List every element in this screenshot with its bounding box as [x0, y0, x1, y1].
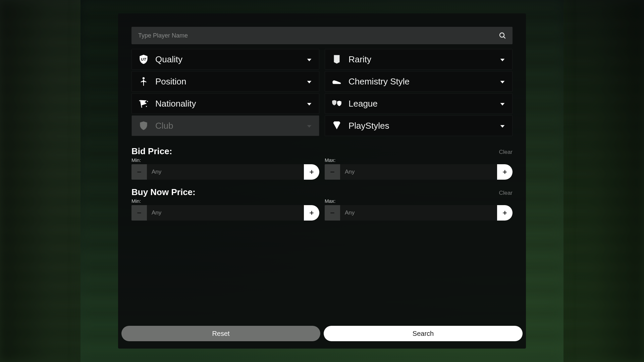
- buynow-min-decrement[interactable]: [131, 205, 147, 221]
- chevron-down-icon: [499, 122, 506, 129]
- buynow-max-field: Max:: [325, 198, 513, 221]
- bid-min-decrement[interactable]: [131, 164, 147, 180]
- player-name-input[interactable]: [138, 32, 498, 40]
- filter-label: Chemistry Style: [348, 76, 493, 87]
- bid-price-section: Bid Price: Clear Min: M: [131, 146, 513, 180]
- chevron-down-icon: [306, 122, 313, 129]
- bid-max-increment[interactable]: [497, 164, 513, 180]
- bid-max-stepper: [325, 164, 513, 180]
- flag-icon: [138, 98, 149, 109]
- player-icon: [138, 76, 149, 87]
- buynow-price-clear[interactable]: Clear: [499, 190, 513, 196]
- filter-club: Club: [131, 115, 319, 136]
- bid-price-clear[interactable]: Clear: [499, 149, 513, 156]
- bid-max-input[interactable]: [340, 164, 497, 180]
- chevron-down-icon: [499, 100, 506, 107]
- bid-min-field: Min:: [131, 157, 319, 180]
- chevron-down-icon: [499, 56, 506, 63]
- chevron-down-icon: [306, 78, 313, 85]
- filter-nationality[interactable]: Nationality: [131, 93, 319, 114]
- filter-label: League: [348, 99, 493, 109]
- letterbox-right: [564, 0, 644, 362]
- filter-label: PlayStyles: [348, 121, 493, 131]
- buynow-price-section: Buy Now Price: Clear Min:: [131, 187, 513, 221]
- filter-label: Club: [155, 121, 300, 131]
- bid-min-label: Min:: [131, 157, 319, 163]
- reset-button[interactable]: Reset: [121, 326, 320, 341]
- buynow-min-increment[interactable]: [304, 205, 319, 221]
- filter-chemistry-style[interactable]: Chemistry Style: [325, 71, 513, 92]
- svg-point-6: [146, 106, 147, 107]
- svg-rect-16: [330, 213, 334, 213]
- diamond-icon: [331, 120, 342, 131]
- filter-playstyles[interactable]: PlayStyles: [325, 115, 513, 136]
- chevron-down-icon: [499, 78, 506, 85]
- svg-rect-10: [330, 172, 334, 172]
- buynow-max-decrement[interactable]: [325, 205, 340, 221]
- svg-point-5: [147, 101, 148, 102]
- buynow-price-title: Buy Now Price:: [131, 187, 513, 197]
- bid-price-title: Bid Price:: [131, 146, 513, 157]
- svg-rect-18: [503, 213, 507, 213]
- svg-point-3: [143, 77, 145, 79]
- filter-label: Nationality: [155, 99, 300, 109]
- filter-position[interactable]: Position: [131, 71, 319, 92]
- filter-label: Quality: [155, 54, 300, 65]
- svg-rect-15: [310, 213, 314, 213]
- buynow-min-stepper: [131, 205, 319, 221]
- search-panel: UT Quality Rarity Position: [118, 13, 526, 349]
- filter-rarity[interactable]: Rarity: [325, 49, 513, 70]
- chevron-down-icon: [306, 56, 313, 63]
- search-button[interactable]: Search: [324, 326, 523, 341]
- buynow-max-input[interactable]: [340, 205, 497, 221]
- svg-rect-7: [137, 172, 141, 172]
- buynow-min-input[interactable]: [147, 205, 304, 221]
- boot-icon: [331, 76, 342, 87]
- player-name-search[interactable]: [131, 27, 513, 44]
- chevron-down-icon: [306, 100, 313, 107]
- footer-buttons: Reset Search: [121, 326, 523, 341]
- buynow-max-increment[interactable]: [497, 205, 513, 221]
- league-badges-icon: [331, 98, 342, 109]
- bid-min-increment[interactable]: [304, 164, 319, 180]
- buynow-max-stepper: [325, 205, 513, 221]
- game-stage: UT Quality Rarity Position: [80, 0, 564, 362]
- bid-max-decrement[interactable]: [325, 164, 340, 180]
- bid-min-stepper: [131, 164, 319, 180]
- svg-rect-9: [310, 172, 314, 172]
- filter-label: Rarity: [348, 54, 493, 65]
- svg-text:UT: UT: [141, 57, 146, 61]
- bid-max-field: Max:: [325, 157, 513, 180]
- bid-min-input[interactable]: [147, 164, 304, 180]
- buynow-min-field: Min:: [131, 198, 319, 221]
- filter-quality[interactable]: UT Quality: [131, 49, 319, 70]
- buynow-max-label: Max:: [325, 198, 513, 204]
- svg-rect-13: [137, 213, 141, 213]
- bid-max-label: Max:: [325, 157, 513, 163]
- filter-label: Position: [155, 76, 300, 87]
- svg-rect-12: [503, 172, 507, 172]
- filter-league[interactable]: League: [325, 93, 513, 114]
- buynow-min-label: Min:: [131, 198, 319, 204]
- letterbox-left: [0, 0, 80, 362]
- svg-line-1: [503, 37, 505, 38]
- filter-grid: UT Quality Rarity Position: [131, 49, 513, 136]
- club-shield-icon: [138, 120, 149, 131]
- search-icon[interactable]: [498, 32, 506, 40]
- shield-ut-icon: UT: [138, 54, 149, 65]
- card-icon: [331, 54, 342, 65]
- svg-point-4: [139, 100, 140, 101]
